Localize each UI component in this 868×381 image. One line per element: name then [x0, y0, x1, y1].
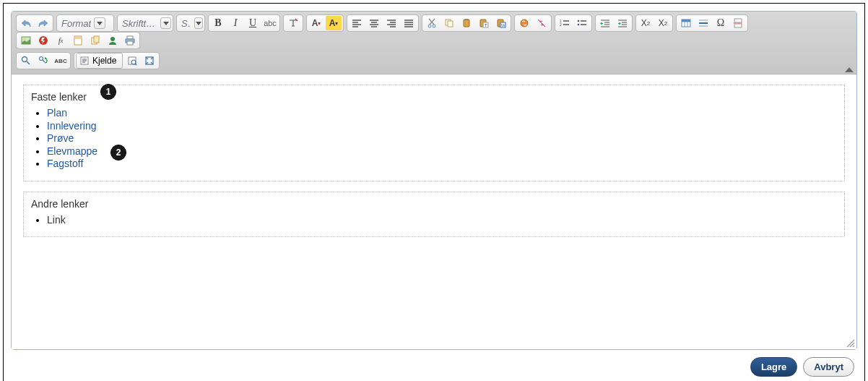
format-select[interactable]: Format [56, 14, 114, 32]
svg-point-0 [428, 25, 431, 27]
font-select[interactable]: Skrifttype [117, 14, 173, 32]
horizontal-rule-icon[interactable] [695, 16, 711, 30]
collapse-toolbar-icon[interactable] [845, 67, 854, 72]
italic-button[interactable]: I [227, 16, 243, 30]
svg-rect-18 [682, 20, 690, 22]
format-label: Format [61, 18, 91, 29]
align-left-icon[interactable] [349, 16, 365, 30]
list-item[interactable]: Elevmappe [47, 145, 837, 158]
editor-body[interactable]: Faste lenker Plan Innlevering Prøve Elev… [12, 74, 856, 349]
content-box-faste-lenker: Faste lenker Plan Innlevering Prøve Elev… [23, 85, 845, 181]
unordered-list-icon[interactable] [574, 16, 590, 30]
paste-icon[interactable] [459, 16, 474, 30]
special-char-icon[interactable]: Ω [713, 16, 729, 30]
list-item[interactable]: Link [47, 214, 837, 227]
resize-grip-icon[interactable] [845, 338, 855, 348]
unlink-icon[interactable] [534, 16, 550, 30]
svg-text:2: 2 [560, 22, 562, 27]
print-icon[interactable] [122, 33, 138, 48]
spellcheck-icon[interactable]: ABC [53, 53, 69, 68]
align-group [347, 14, 419, 32]
cut-icon[interactable] [424, 16, 440, 30]
align-center-icon[interactable] [366, 16, 382, 30]
attachment-icon[interactable] [87, 33, 103, 48]
box-title[interactable]: Faste lenker [31, 91, 837, 103]
svg-text:W: W [501, 23, 505, 27]
list-group: 12 [555, 14, 592, 32]
text-color-button[interactable]: A▾ [308, 16, 324, 30]
link-innlevering[interactable]: Innlevering [47, 120, 97, 132]
replace-icon[interactable] [35, 53, 51, 68]
link-plan[interactable]: Plan [47, 107, 67, 119]
svg-rect-25 [75, 37, 81, 39]
svg-point-12 [521, 20, 528, 27]
outer-frame: Format Skrifttype S... B I U abc [3, 3, 865, 381]
link-icon[interactable] [516, 16, 532, 30]
remove-format-group [283, 14, 303, 32]
source-group: Kjelde [74, 52, 160, 69]
paste-text-icon[interactable]: T [476, 16, 492, 30]
undo-icon[interactable] [18, 16, 34, 30]
align-right-icon[interactable] [383, 16, 399, 30]
outdent-icon[interactable] [597, 16, 613, 30]
underline-button[interactable]: U [245, 16, 261, 30]
bg-color-button[interactable]: A▾ [326, 16, 342, 30]
find-icon[interactable] [18, 53, 34, 68]
find-group: ABC [16, 52, 71, 69]
cancel-button[interactable]: Avbryt [803, 357, 854, 377]
color-group: A▾ A▾ [306, 14, 344, 32]
link-prove[interactable]: Prøve [47, 132, 74, 144]
source-label: Kjelde [92, 56, 116, 66]
annotation-2: 2 [110, 145, 126, 160]
indent-group [595, 14, 633, 32]
page-break-icon[interactable] [730, 16, 746, 30]
text-link[interactable]: Link [47, 214, 66, 226]
box-title[interactable]: Andre lenker [31, 198, 837, 210]
redo-icon[interactable] [35, 16, 51, 30]
svg-rect-3 [448, 21, 453, 27]
source-icon [79, 56, 90, 66]
subscript-button[interactable]: X2 [638, 16, 654, 30]
link-elevmappe[interactable]: Elevmappe [47, 145, 97, 157]
list-item[interactable]: Prøve [47, 132, 837, 145]
chevron-down-icon[interactable] [194, 17, 203, 29]
save-button[interactable]: Lagre [750, 357, 797, 377]
svg-rect-27 [94, 36, 99, 43]
svg-point-15 [578, 20, 580, 22]
svg-point-1 [433, 25, 435, 27]
chevron-down-icon[interactable] [94, 17, 105, 29]
maximize-icon[interactable] [142, 53, 157, 68]
svg-rect-4 [464, 20, 469, 27]
superscript-button[interactable]: X2 [655, 16, 671, 30]
toolbar-row-2: ABC Kjelde [16, 52, 852, 69]
remove-format-icon[interactable] [285, 16, 301, 30]
list-item[interactable]: Innlevering [47, 120, 837, 133]
strike-button[interactable]: abc [262, 16, 278, 30]
image-icon[interactable] [18, 33, 34, 48]
table-icon[interactable] [678, 16, 694, 30]
user-icon[interactable] [105, 33, 121, 48]
paste-word-icon[interactable]: W [493, 16, 509, 30]
svg-point-32 [22, 57, 27, 62]
template-icon[interactable] [70, 33, 86, 48]
svg-point-28 [110, 37, 115, 41]
source-button[interactable]: Kjelde [76, 53, 123, 69]
preview-icon[interactable] [124, 53, 140, 68]
align-justify-icon[interactable] [401, 16, 417, 30]
indent-icon[interactable] [615, 16, 630, 30]
svg-text:T: T [485, 23, 487, 27]
copy-icon[interactable] [441, 16, 457, 30]
ordered-list-icon[interactable]: 12 [557, 16, 573, 30]
insert-group: Ω [676, 14, 748, 32]
list-item[interactable]: Plan [47, 107, 837, 120]
formula-icon[interactable]: fx [53, 33, 69, 48]
flash-icon[interactable] [35, 33, 51, 48]
chevron-down-icon[interactable] [160, 17, 171, 29]
bold-button[interactable]: B [210, 16, 226, 30]
link-group [514, 14, 552, 32]
svg-point-22 [24, 38, 26, 40]
link-fagstoff[interactable]: Fagstoff [47, 158, 83, 169]
size-select[interactable]: S... [176, 14, 205, 32]
script-group: X2 X2 [635, 14, 673, 32]
list-item[interactable]: Fagstoff [47, 158, 837, 171]
